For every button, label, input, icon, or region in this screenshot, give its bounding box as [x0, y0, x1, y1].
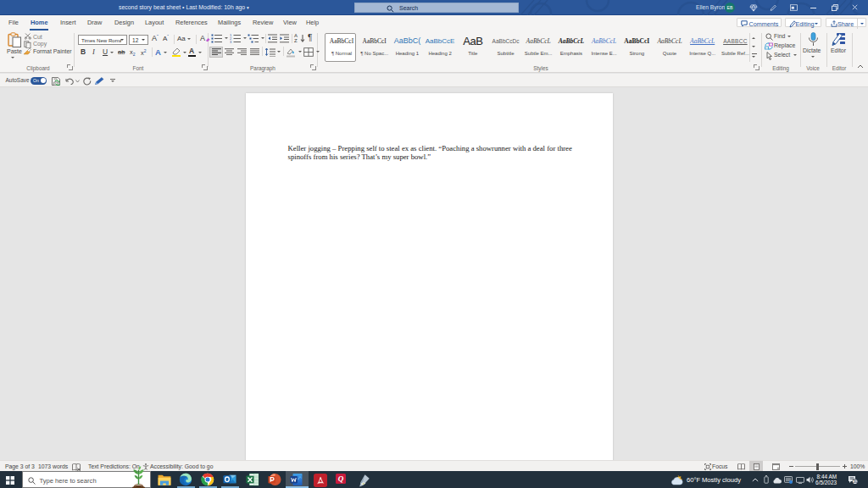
- svg-text:30: 30: [853, 480, 858, 484]
- svg-text:3: 3: [230, 40, 232, 43]
